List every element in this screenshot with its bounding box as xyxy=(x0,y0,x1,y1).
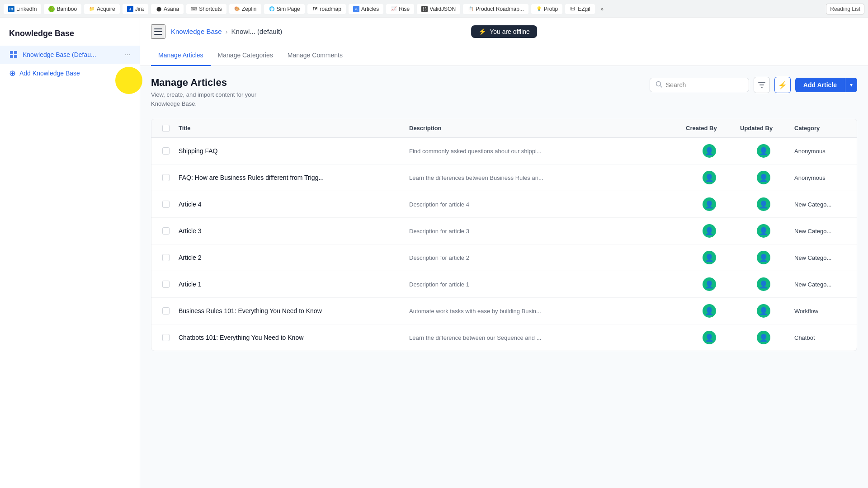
tab-jira[interactable]: J Jira xyxy=(123,4,148,14)
search-input[interactable] xyxy=(666,81,743,89)
row-title: Chatbots 101: Everything You Need to Kno… xyxy=(175,328,406,347)
tab-linkedin[interactable]: in LinkedIn xyxy=(4,4,41,14)
row-category: New Catego... xyxy=(791,195,849,214)
table-header: Title Description Created By Updated By … xyxy=(151,119,857,138)
articles-header-right: ⚡ Add Article ▾ xyxy=(650,77,857,93)
offline-text: You are offline xyxy=(490,28,530,35)
header-description: Description xyxy=(406,119,682,137)
tab-productroadmap-label: Product Roadmap... xyxy=(476,6,524,12)
avatar: 👤 xyxy=(703,277,716,291)
svg-rect-3 xyxy=(14,55,17,58)
row-checkbox xyxy=(159,141,175,161)
tab-linkedin-label: LinkedIn xyxy=(16,6,37,12)
row-description: Description for article 2 xyxy=(406,248,682,267)
tab-asana-label: Asana xyxy=(164,6,179,12)
grid-icon xyxy=(9,50,18,59)
row-category: Chatbot xyxy=(791,328,849,347)
cursor-indicator xyxy=(115,67,142,94)
tab-zeplin-label: Zeplin xyxy=(242,6,257,12)
svg-rect-10 xyxy=(761,87,763,88)
select-all-checkbox[interactable] xyxy=(162,125,170,132)
tab-productroadmap[interactable]: 📋 Product Roadmap... xyxy=(463,4,528,14)
header-created-by: Created By xyxy=(682,119,736,137)
row-description: Find commonly asked questions about our … xyxy=(406,141,682,161)
row-created-by: 👤 xyxy=(682,324,736,351)
tab-bamboo-label: Bamboo xyxy=(57,6,77,12)
avatar: 👤 xyxy=(757,331,770,344)
tab-simpage[interactable]: 🌐 Sim Page xyxy=(264,4,305,14)
tab-manage-comments[interactable]: Manage Comments xyxy=(280,45,350,66)
row-checkbox xyxy=(159,328,175,347)
row-category: Anonymous xyxy=(791,141,849,161)
tab-acquire[interactable]: 📁 Acquire xyxy=(84,4,120,14)
add-article-dropdown-button[interactable]: ▾ xyxy=(845,78,857,92)
avatar: 👤 xyxy=(757,144,770,158)
row-title: Article 1 xyxy=(175,274,406,294)
avatar: 👤 xyxy=(757,251,770,264)
tab-asana[interactable]: ⬤ Asana xyxy=(151,4,184,14)
hamburger-button[interactable] xyxy=(151,24,165,39)
tab-articles[interactable]: A Articles xyxy=(349,4,383,14)
tab-manage-articles[interactable]: Manage Articles xyxy=(151,45,211,66)
row-checkbox xyxy=(159,274,175,294)
breadcrumb-kb[interactable]: Knowledge Base xyxy=(171,28,222,35)
table-row[interactable]: Business Rules 101: Everything You Need … xyxy=(151,298,857,324)
tab-roadmap[interactable]: 🗺 roadmap xyxy=(307,4,346,14)
browser-tabs-bar: in LinkedIn 🎋 Bamboo 📁 Acquire J Jira ⬤ … xyxy=(0,0,868,18)
tab-shortcuts[interactable]: ⌨ Shortcuts xyxy=(186,4,226,14)
table-row[interactable]: Article 4 Description for article 4 👤 👤 … xyxy=(151,191,857,218)
row-checkbox xyxy=(159,194,175,214)
row-created-by: 👤 xyxy=(682,164,736,191)
row-created-by: 👤 xyxy=(682,271,736,297)
tab-ezgif[interactable]: 🎞 EZgif xyxy=(565,4,595,14)
tab-manage-categories[interactable]: Manage Categories xyxy=(211,45,280,66)
reading-list-button[interactable]: Reading List xyxy=(826,4,864,14)
svg-rect-0 xyxy=(10,51,13,54)
avatar: 👤 xyxy=(757,171,770,184)
articles-header: Manage Articles View, create, and import… xyxy=(151,77,857,108)
avatar: 👤 xyxy=(757,277,770,291)
search-box xyxy=(650,78,749,92)
table-row[interactable]: FAQ: How are Business Rules different fr… xyxy=(151,164,857,191)
content-area: Manage Articles View, create, and import… xyxy=(140,66,868,488)
plus-icon: ⊕ xyxy=(9,68,16,78)
page-description: View, create, and import content for you… xyxy=(151,90,256,108)
sidebar-item-more-icon[interactable]: ··· xyxy=(125,51,131,59)
breadcrumb-separator: › xyxy=(226,28,228,35)
row-category: New Catego... xyxy=(791,221,849,241)
tab-bamboo[interactable]: 🎋 Bamboo xyxy=(44,4,81,14)
lightning-button[interactable]: ⚡ xyxy=(774,77,791,93)
avatar: 👤 xyxy=(703,251,716,264)
row-checkbox xyxy=(159,168,175,188)
top-nav: Knowledge Base › Knowl... (default) ⚡ Yo… xyxy=(140,18,868,45)
filter-button[interactable] xyxy=(754,77,770,93)
articles-table: Title Description Created By Updated By … xyxy=(151,119,857,351)
svg-point-7 xyxy=(656,82,660,86)
table-row[interactable]: Shipping FAQ Find commonly asked questio… xyxy=(151,138,857,164)
row-updated-by: 👤 xyxy=(736,164,791,191)
svg-rect-1 xyxy=(14,51,17,54)
tabs-bar: Manage Articles Manage Categories Manage… xyxy=(140,45,868,66)
page-title: Manage Articles xyxy=(151,77,256,89)
row-created-by: 👤 xyxy=(682,298,736,324)
row-title: Article 4 xyxy=(175,194,406,214)
tab-validjson[interactable]: { } ValidJSON xyxy=(417,4,460,14)
row-created-by: 👤 xyxy=(682,244,736,271)
more-tabs-button[interactable]: » xyxy=(598,4,606,14)
avatar: 👤 xyxy=(703,224,716,238)
add-article-button[interactable]: Add Article xyxy=(795,78,845,92)
table-row[interactable]: Chatbots 101: Everything You Need to Kno… xyxy=(151,324,857,351)
header-category: Category xyxy=(791,119,849,137)
sidebar-item-kb-default[interactable]: Knowledge Base (Defau... ··· xyxy=(0,46,140,64)
row-created-by: 👤 xyxy=(682,191,736,217)
tab-zeplin[interactable]: 🎨 Zeplin xyxy=(229,4,261,14)
table-row[interactable]: Article 2 Description for article 2 👤 👤 … xyxy=(151,244,857,271)
tab-protip[interactable]: 💡 Protip xyxy=(531,4,562,14)
table-row[interactable]: Article 3 Description for article 3 👤 👤 … xyxy=(151,218,857,244)
tab-rise[interactable]: 📈 Rise xyxy=(386,4,414,14)
main-content: Knowledge Base › Knowl... (default) ⚡ Yo… xyxy=(140,18,868,488)
tab-shortcuts-label: Shortcuts xyxy=(199,6,222,12)
row-description: Automate work tasks with ease by buildin… xyxy=(406,301,682,321)
table-row[interactable]: Article 1 Description for article 1 👤 👤 … xyxy=(151,271,857,298)
tab-validjson-label: ValidJSON xyxy=(429,6,456,12)
